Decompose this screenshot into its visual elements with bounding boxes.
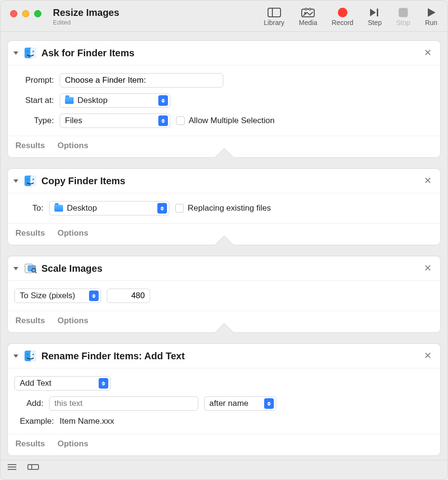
finder-icon [24,350,37,362]
run-button[interactable]: Run [424,7,438,26]
type-label: Type: [14,116,54,126]
action-title: Rename Finder Items: Add Text [41,351,418,362]
window-controls [10,7,53,17]
results-toggle[interactable]: Results [15,228,45,238]
disclosure-icon[interactable] [13,265,19,272]
stop-label: Stop [396,19,410,26]
options-toggle[interactable]: Options [57,316,88,326]
replace-existing-label: Replacing existing files [188,203,271,213]
results-toggle[interactable]: Results [15,316,45,326]
type-popup[interactable]: Files [60,114,170,128]
action-rename-finder-items: Rename Finder Items: Add Text Add Text A… [7,343,441,456]
svg-marker-7 [370,9,376,16]
log-view-button[interactable] [7,464,17,470]
run-label: Run [425,19,437,26]
svg-marker-32 [13,354,18,358]
start-at-value: Desktop [77,96,154,105]
close-window-button[interactable] [10,10,17,17]
svg-point-6 [338,8,347,17]
record-button[interactable]: Record [332,7,353,26]
step-button[interactable]: Step [368,7,382,26]
rename-mode-popup[interactable]: Add Text [14,376,111,391]
action-header: Rename Finder Items: Add Text [8,344,440,368]
svg-point-15 [33,51,34,52]
results-toggle[interactable]: Results [15,439,45,449]
svg-point-36 [33,354,34,355]
rename-mode-value: Add Text [20,379,95,388]
action-scale-images: Scale Images To Size (pixels) Results Op… [7,256,441,333]
preview-app-icon [24,262,37,275]
svg-point-14 [27,51,28,52]
to-popup[interactable]: Desktop [49,201,169,215]
chevron-updown-icon [158,115,168,126]
window-subtitle: Edited [53,19,119,26]
svg-marker-11 [13,51,18,55]
start-at-label: Start at: [14,96,54,105]
record-icon [336,7,349,18]
results-toggle[interactable]: Results [15,141,45,151]
variables-view-button[interactable] [27,464,39,470]
start-at-popup[interactable]: Desktop [60,93,170,108]
remove-action-button[interactable] [423,264,433,274]
media-icon [301,7,315,18]
finder-icon [24,47,37,59]
disclosure-icon[interactable] [13,50,19,56]
options-toggle[interactable]: Options [57,228,88,238]
add-label: Add: [14,399,43,408]
options-toggle[interactable]: Options [57,439,88,449]
title-block: Resize Images Edited [53,7,119,26]
svg-rect-20 [30,176,36,186]
prompt-input[interactable] [60,73,223,88]
remove-action-button[interactable] [423,176,433,186]
remove-action-button[interactable] [423,351,433,361]
action-title: Ask for Finder Items [41,48,418,59]
chevron-updown-icon [89,291,99,301]
allow-multiple-label: Allow Multiple Selection [189,116,275,126]
svg-rect-42 [28,465,38,469]
statusbar [0,460,448,473]
example-value: Item Name.xxx [60,417,114,426]
disclosure-icon[interactable] [13,353,19,359]
minimize-window-button[interactable] [22,10,29,17]
record-label: Record [332,19,353,26]
svg-rect-13 [30,48,36,58]
library-button[interactable]: Library [264,7,284,26]
stop-icon [397,7,410,18]
replace-existing-checkbox[interactable]: Replacing existing files [175,203,271,213]
svg-marker-18 [13,179,18,183]
library-label: Library [264,19,284,26]
allow-multiple-checkbox[interactable]: Allow Multiple Selection [176,116,275,126]
position-value: after name [209,399,260,408]
chevron-updown-icon [99,378,108,389]
svg-rect-9 [399,8,408,17]
svg-point-5 [309,8,311,10]
svg-line-29 [35,272,37,273]
svg-point-21 [27,179,28,180]
step-label: Step [368,19,382,26]
remove-action-button[interactable] [423,48,433,58]
svg-marker-25 [13,267,18,270]
to-label: To: [14,203,43,213]
checkbox-box [176,116,185,125]
options-toggle[interactable]: Options [57,141,88,151]
workflow-area: Ask for Finder Items Prompt: Start at: D… [0,32,448,460]
zoom-window-button[interactable] [34,10,41,17]
svg-rect-0 [268,8,281,17]
scale-mode-popup[interactable]: To Size (pixels) [14,289,101,303]
to-value: Desktop [67,203,154,213]
add-text-input[interactable] [49,396,198,411]
step-icon [368,7,382,18]
media-button[interactable]: Media [299,7,317,26]
action-title: Scale Images [41,263,418,274]
svg-marker-10 [428,8,435,17]
action-copy-finder-items: Copy Finder Items To: Desktop Replacing … [7,168,441,245]
toolbar: Library Media Record Step Stop [264,7,438,26]
titlebar: Resize Images Edited Library Media Recor… [0,0,448,32]
finder-icon [24,175,37,187]
position-popup[interactable]: after name [204,396,276,411]
chevron-updown-icon [157,203,167,214]
stop-button: Stop [396,7,410,26]
action-header: Scale Images [8,256,440,281]
scale-size-input[interactable] [107,289,150,303]
disclosure-icon[interactable] [13,177,19,184]
